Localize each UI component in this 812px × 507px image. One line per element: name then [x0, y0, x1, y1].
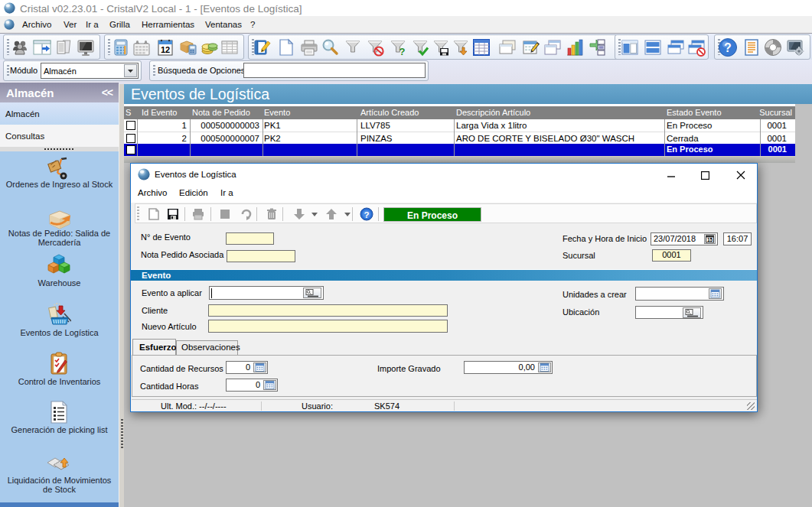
svg-text:?: ? — [724, 41, 732, 54]
svg-text:15: 15 — [707, 237, 713, 242]
svg-text:?: ? — [399, 46, 406, 57]
svg-text:12: 12 — [161, 45, 170, 54]
svg-text:?: ? — [364, 210, 369, 219]
